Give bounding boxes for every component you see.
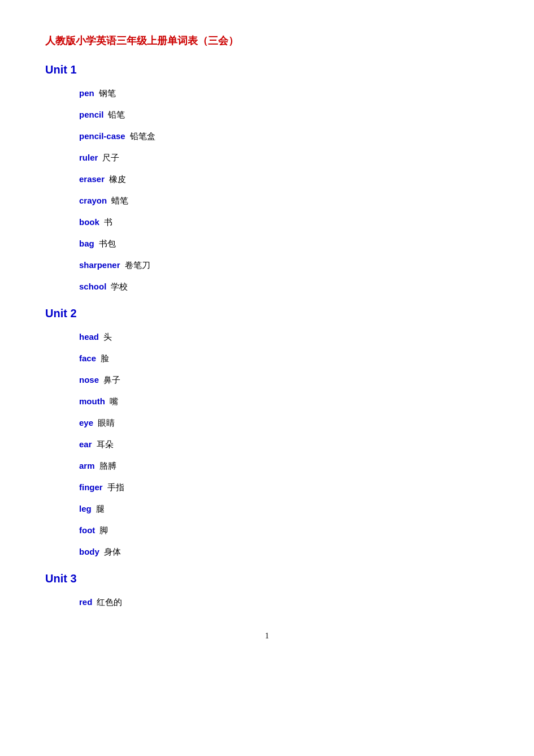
word-chinese: 书包 (99, 239, 116, 248)
word-item: eraser橡皮 (45, 172, 489, 186)
word-item: bag书包 (45, 237, 489, 250)
word-chinese: 头 (103, 332, 112, 342)
word-item: eye眼睛 (45, 416, 489, 430)
unit-section-2: Unit 2head头face脸nose鼻子mouth嘴eye眼睛ear耳朵ar… (45, 307, 489, 559)
word-chinese: 学校 (111, 282, 128, 291)
word-chinese: 尺子 (102, 153, 119, 162)
word-english: foot (79, 525, 95, 535)
word-chinese: 橡皮 (109, 175, 126, 184)
word-item: nose鼻子 (45, 373, 489, 387)
word-chinese: 眼睛 (98, 418, 115, 427)
word-chinese: 卷笔刀 (125, 261, 150, 270)
word-english: pencil-case (79, 131, 125, 141)
word-item: pencil铅笔 (45, 108, 489, 122)
word-item: red红色的 (45, 595, 489, 609)
word-english: bag (79, 239, 94, 248)
word-item: ruler尺子 (45, 151, 489, 165)
word-chinese: 身体 (104, 547, 121, 556)
word-english: body (79, 547, 99, 556)
word-item: foot脚 (45, 524, 489, 537)
word-item: leg腿 (45, 502, 489, 516)
word-english: eraser (79, 174, 105, 184)
word-english: head (79, 332, 99, 342)
word-chinese: 嘴 (110, 397, 118, 406)
unit-title-1: Unit 1 (45, 63, 489, 76)
word-english: ear (79, 439, 92, 449)
word-item: ear耳朵 (45, 438, 489, 451)
word-item: school学校 (45, 280, 489, 293)
word-item: mouth嘴 (45, 395, 489, 408)
unit-section-3: Unit 3red红色的 (45, 572, 489, 609)
word-list-unit-2: head头face脸nose鼻子mouth嘴eye眼睛ear耳朵arm胳膊fin… (45, 330, 489, 559)
word-chinese: 铅笔盒 (130, 132, 155, 141)
word-chinese: 蜡笔 (111, 196, 128, 205)
word-english: ruler (79, 153, 98, 162)
word-item: book书 (45, 215, 489, 229)
word-english: mouth (79, 396, 105, 406)
word-chinese: 脸 (101, 354, 109, 363)
word-english: sharpener (79, 260, 120, 270)
word-english: eye (79, 418, 93, 427)
unit-section-1: Unit 1pen钢笔pencil铅笔pencil-case铅笔盒ruler尺子… (45, 63, 489, 293)
page-title: 人教版小学英语三年级上册单词表（三会） (45, 34, 489, 47)
word-chinese: 脚 (99, 526, 108, 535)
word-list-unit-1: pen钢笔pencil铅笔pencil-case铅笔盒ruler尺子eraser… (45, 87, 489, 293)
page-number: 1 (45, 632, 489, 641)
word-item: sharpener卷笔刀 (45, 258, 489, 272)
word-chinese: 钢笔 (99, 89, 116, 98)
word-english: pen (79, 88, 94, 98)
word-item: arm胳膊 (45, 459, 489, 473)
word-item: pen钢笔 (45, 87, 489, 100)
unit-title-2: Unit 2 (45, 307, 489, 320)
unit-title-3: Unit 3 (45, 572, 489, 585)
word-chinese: 手指 (107, 483, 124, 492)
word-item: pencil-case铅笔盒 (45, 129, 489, 143)
word-item: face脸 (45, 352, 489, 365)
word-chinese: 红色的 (97, 598, 122, 607)
word-chinese: 鼻子 (103, 375, 120, 385)
word-english: finger (79, 482, 103, 492)
word-english: crayon (79, 196, 107, 205)
word-chinese: 铅笔 (108, 110, 125, 119)
word-english: pencil (79, 110, 103, 119)
word-chinese: 胳膊 (99, 461, 116, 470)
word-chinese: 耳朵 (97, 440, 114, 449)
word-english: arm (79, 461, 95, 470)
word-item: body身体 (45, 545, 489, 559)
word-list-unit-3: red红色的 (45, 595, 489, 609)
word-item: finger手指 (45, 481, 489, 494)
word-english: school (79, 282, 106, 291)
word-chinese: 腿 (96, 504, 105, 513)
word-english: face (79, 353, 96, 363)
word-english: nose (79, 375, 99, 385)
word-item: crayon蜡笔 (45, 194, 489, 208)
word-item: head头 (45, 330, 489, 344)
word-chinese: 书 (104, 218, 112, 227)
word-english: red (79, 597, 92, 607)
word-english: book (79, 217, 99, 227)
word-english: leg (79, 504, 92, 513)
